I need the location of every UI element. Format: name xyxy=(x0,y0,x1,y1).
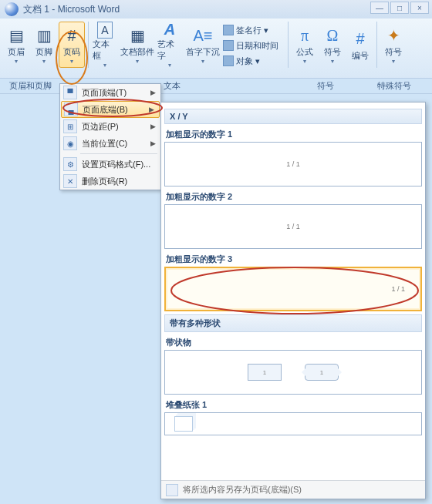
symbol-button[interactable]: Ω 符号 ▾ xyxy=(319,22,346,68)
quickparts-icon: ▦ xyxy=(130,25,145,46)
footer-button[interactable]: ▥ 页脚 ▾ xyxy=(31,22,57,68)
submenu-arrow-icon: ▶ xyxy=(150,89,156,96)
object-icon xyxy=(223,55,234,66)
menu-separator xyxy=(80,153,157,154)
shape-ribbon-icon: 1 xyxy=(305,364,339,381)
save-selection-icon xyxy=(166,484,178,496)
gallery-scroll-area[interactable]: X / Y 加粗显示的数字 1 1 / 1 加粗显示的数字 2 1 / 1 加粗… xyxy=(161,102,425,480)
page-sample-text: 1 / 1 xyxy=(286,160,300,168)
special-symbol-icon: ✦ xyxy=(387,25,400,46)
wordart-button[interactable]: A 艺术字 ▾ xyxy=(157,22,183,68)
pi-icon: π xyxy=(301,25,309,46)
page-sample-text: 1 / 1 xyxy=(286,223,300,230)
group-label-header-footer: 页眉和页脚 xyxy=(0,80,60,92)
gallery-item-bold-3[interactable]: 1 / 1 xyxy=(164,267,422,311)
svg-point-0 xyxy=(171,267,418,314)
dropcap-icon: A≡ xyxy=(193,25,212,46)
office-orb-icon[interactable] xyxy=(5,2,19,16)
page-number-gallery: X / Y 加粗显示的数字 1 1 / 1 加粗显示的数字 2 1 / 1 加粗… xyxy=(160,102,426,499)
text-small-buttons: 签名行▾ 日期和时间 对象▾ xyxy=(223,22,285,68)
current-position-icon: ◉ xyxy=(63,136,77,150)
gallery-item-stacked-1[interactable] xyxy=(164,412,422,435)
gallery-item-label: 加粗显示的数字 3 xyxy=(166,254,420,265)
close-button[interactable]: × xyxy=(410,2,429,14)
submenu-arrow-icon: ▶ xyxy=(150,139,156,147)
gallery-footer-label: 将所选内容另存为页码(底端)(S) xyxy=(183,484,302,496)
menu-page-margins[interactable]: ⊞ 页边距(P) ▶ xyxy=(60,118,160,135)
page-number-menu: ▀ 页面顶端(T) ▶ ▄ 页面底端(B) ▶ ⊞ 页边距(P) ▶ ◉ 当前位… xyxy=(59,83,161,190)
page-margins-icon: ⊞ xyxy=(63,119,77,133)
shape-rect-icon: 1 xyxy=(248,364,282,381)
textbox-button[interactable]: A 文本框 ▾ xyxy=(92,22,118,68)
wordart-icon: A xyxy=(164,21,175,39)
gallery-item-bold-2[interactable]: 1 / 1 xyxy=(164,204,422,249)
object-button[interactable]: 对象▾ xyxy=(223,54,260,68)
format-icon: ⚙ xyxy=(63,157,77,171)
ribbon-shapes: 1 1 xyxy=(165,364,421,381)
dropcap-button[interactable]: A≡ 首字下沉 ▾ xyxy=(184,22,221,68)
menu-format-page-numbers[interactable]: ⚙ 设置页码格式(F)... xyxy=(60,156,160,173)
submenu-arrow-icon: ▶ xyxy=(149,106,154,113)
title-bar: 文档 1 - Microsoft Word — □ × xyxy=(0,0,432,18)
group-label-special: 特殊符号 xyxy=(367,80,421,92)
hash-icon: # xyxy=(356,29,364,50)
page-top-icon: ▀ xyxy=(63,86,77,99)
gallery-section-xy: X / Y xyxy=(164,109,422,124)
datetime-icon xyxy=(223,40,234,51)
window-title: 文档 1 - Microsoft Word xyxy=(23,3,120,16)
gallery-item-label: 加粗显示的数字 1 xyxy=(166,129,420,140)
menu-bottom-of-page[interactable]: ▄ 页面底端(B) ▶ xyxy=(61,101,160,118)
equation-button[interactable]: π 公式 ▾ xyxy=(292,22,318,68)
gallery-footer[interactable]: 将所选内容另存为页码(底端)(S) xyxy=(161,480,425,499)
submenu-arrow-icon: ▶ xyxy=(150,123,156,130)
menu-remove-page-numbers[interactable]: ✕ 删除页码(R) xyxy=(60,173,160,190)
gallery-item-label: 加粗显示的数字 2 xyxy=(166,191,420,203)
page-sample-text: 1 / 1 xyxy=(391,285,405,293)
number-button[interactable]: # 编号 xyxy=(347,22,373,68)
page-number-button[interactable]: # 页码 ▾ xyxy=(59,22,85,68)
omega-icon: Ω xyxy=(327,25,339,46)
gallery-item-ribbon[interactable]: 1 1 xyxy=(164,350,422,395)
page-bottom-icon: ▄ xyxy=(64,102,78,116)
signature-icon xyxy=(223,25,234,35)
gallery-item-label: 堆叠纸张 1 xyxy=(166,399,420,411)
gallery-section-shapes: 带有多种形状 xyxy=(164,314,422,332)
stacked-paper-icon xyxy=(174,416,193,432)
minimize-button[interactable]: — xyxy=(370,2,389,14)
page-number-icon: # xyxy=(67,25,76,46)
gallery-item-label: 带状物 xyxy=(166,337,420,348)
date-time-button[interactable]: 日期和时间 xyxy=(223,39,278,52)
menu-current-position[interactable]: ◉ 当前位置(C) ▶ xyxy=(60,135,160,152)
textbox-icon: A xyxy=(97,22,112,39)
maximize-button[interactable]: □ xyxy=(390,2,409,14)
quickparts-button[interactable]: ▦ 文档部件 ▾ xyxy=(120,22,155,68)
special-symbol-button[interactable]: ✦ 符号 ▾ xyxy=(380,22,407,68)
menu-top-of-page[interactable]: ▀ 页面顶端(T) ▶ xyxy=(60,84,160,101)
header-icon: ▤ xyxy=(9,25,24,46)
header-button[interactable]: ▤ 页眉 ▾ xyxy=(3,22,29,68)
gallery-item-bold-1[interactable]: 1 / 1 xyxy=(164,142,422,186)
signature-line-button[interactable]: 签名行▾ xyxy=(223,23,268,37)
group-label-symbols: 符号 xyxy=(284,80,367,92)
highlight-ellipse-icon xyxy=(166,264,424,318)
remove-icon: ✕ xyxy=(63,174,77,188)
ribbon: ▤ 页眉 ▾ ▥ 页脚 ▾ # 页码 ▾ A 文本框 ▾ ▦ 文档部件 ▾ A … xyxy=(0,18,432,79)
footer-icon: ▥ xyxy=(37,25,52,46)
